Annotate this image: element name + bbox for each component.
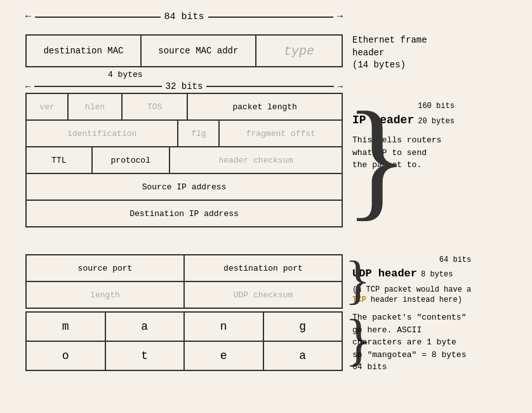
ip-row-1: ver hlen TOS packet length [27,94,342,121]
ip-source-address: Source IP address [27,174,342,200]
data-label: The packet's "contents" go here. ASCII c… [352,311,466,374]
ip-row-3: TTL protocol header checksum [27,147,342,174]
ip-header-box: ver hlen TOS packet length identificatio… [25,93,343,227]
data-description: The packet's "contents" go here. ASCII c… [352,311,466,374]
32-bits-label: 32 bits [166,81,203,91]
ethernet-label: Ethernet frame header (14 bytes) [352,34,427,72]
data-row-2: o t e a [27,342,342,370]
84-bits-left-arrow: ← [25,11,31,22]
ip-flg: flg [178,121,220,146]
four-bytes-label: 4 bytes [108,70,143,79]
eth-dest-mac: destination MAC [27,36,142,66]
ethernet-frame: destination MAC source MAC addr type [25,34,343,67]
udp-bits-label: 64 bits [439,255,471,264]
ip-protocol: protocol [93,147,170,173]
84-bits-label: 84 bits [164,11,204,22]
ip-header-checksum: header checksum [170,147,342,173]
ip-row-5: Destination IP address [27,201,342,226]
data-box: m a n g o t e a [25,311,343,371]
ip-tos: TOS [123,94,188,119]
ip-row-2: identification flg fragment offst [27,121,342,147]
ip-ver: ver [27,94,69,119]
udp-brace: } [345,253,371,307]
udp-header-box: source port destination port length UDP … [25,254,343,309]
data-e: e [185,342,264,370]
data-a2: a [264,342,342,370]
udp-bytes-label: 8 bytes [421,269,453,280]
eth-src-mac: source MAC addr [142,36,256,66]
data-n: n [185,313,264,341]
udp-source-port: source port [27,255,185,281]
ip-identification: identification [27,121,178,146]
ip-packet-length: packet length [188,94,342,119]
ip-ttl: TTL [27,147,93,173]
udp-row-1: source port destination port [27,255,342,282]
eth-type: type [256,36,342,66]
ip-brace: } [345,91,409,225]
84-bits-right-arrow: → [337,11,343,22]
data-t: t [106,342,185,370]
udp-dest-port: destination port [185,255,342,281]
ip-bytes-label: 20 bytes [418,116,455,127]
84-bits-annotation: ← 84 bits → [25,11,343,24]
ip-fragment-offset: fragment offst [220,121,342,146]
32-bits-annotation: ← 32 bits → [25,81,343,91]
ip-hlen: hlen [69,94,123,119]
udp-checksum: UDP checksum [185,282,342,308]
udp-row-2: length UDP checksum [27,282,342,308]
data-row-1: m a n g [27,313,342,342]
data-a: a [106,313,185,341]
data-o: o [27,342,106,370]
main-diagram: ← 84 bits → destination MAC source MAC a… [6,6,527,407]
ip-row-4: Source IP address [27,174,342,201]
ip-dest-address: Destination IP address [27,201,342,226]
udp-length: length [27,282,185,308]
data-g: g [264,313,342,341]
data-m: m [27,313,106,341]
